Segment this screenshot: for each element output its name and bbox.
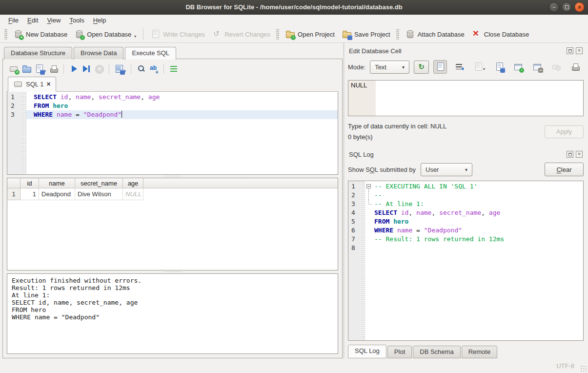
close-log-icon[interactable]: ×: [576, 151, 583, 158]
print-sql-button[interactable]: [48, 63, 60, 75]
row-header-corner[interactable]: [7, 178, 20, 188]
toolbar-button-label: Open Database: [87, 31, 131, 38]
tab-execute-sql[interactable]: Execute SQL: [125, 47, 176, 60]
code-text: SELECT id, name, secret_name, age: [26, 93, 338, 102]
apply-button[interactable]: Apply: [545, 125, 584, 138]
log-line-4[interactable]: 4SELECT id, name, secret_name, age: [348, 208, 583, 217]
open-project-button[interactable]: ›Open Project: [282, 27, 338, 41]
cell-secret-name[interactable]: Dive Wilson: [75, 188, 123, 200]
dropdown-caret-icon[interactable]: ▾: [483, 67, 485, 71]
line-number: 7: [348, 235, 361, 244]
dock-tab-sql-log[interactable]: SQL Log: [348, 345, 386, 358]
format-sql-icon: [169, 64, 179, 74]
save-project-button[interactable]: Save Project: [338, 27, 394, 41]
execute-all-button[interactable]: [68, 63, 80, 75]
line-number: 4: [348, 208, 361, 217]
cell-id[interactable]: 1: [20, 188, 39, 200]
cell-editor[interactable]: NULL: [348, 80, 584, 116]
menu-tools[interactable]: Tools: [65, 16, 88, 25]
log-line-5[interactable]: 5FROM hero: [348, 217, 583, 226]
new-database-button[interactable]: +New Database: [10, 27, 71, 41]
line-number: 5: [348, 217, 361, 226]
print-cell-button[interactable]: [568, 60, 582, 74]
resize-grip[interactable]: [580, 365, 587, 372]
toolbar-separator: [131, 64, 131, 74]
toolbar-button-label: Write Changes: [163, 31, 205, 38]
format-sql-button[interactable]: [168, 63, 180, 75]
editor-line-2[interactable]: 2FROM hero: [7, 102, 338, 110]
line-number: 1: [7, 93, 21, 102]
word-wrap-button[interactable]: [452, 60, 466, 74]
tab-browse-data[interactable]: Browse Data: [74, 47, 123, 59]
cell-editor-content[interactable]: [376, 81, 583, 116]
close-panel-icon[interactable]: ×: [576, 47, 583, 54]
minimize-icon[interactable]: −: [549, 2, 559, 12]
close-icon[interactable]: ×: [574, 2, 585, 12]
app-window: DB Browser for SQLite - /home/user/code/…: [0, 0, 588, 373]
open-database-button[interactable]: ›Open Database▾: [71, 27, 140, 41]
cell-age[interactable]: NULL: [123, 188, 143, 200]
replace-icon: [149, 64, 159, 74]
sql-editor[interactable]: 1SELECT id, name, secret_name, age2FROM …: [7, 92, 338, 175]
log-line-3[interactable]: 3-- At line 1:: [348, 200, 583, 208]
editor-line-1[interactable]: 1SELECT id, name, secret_name, age: [7, 93, 338, 102]
auto-switch-mode-button[interactable]: ↻: [414, 61, 429, 74]
mode-select[interactable]: Text ▾: [370, 61, 409, 74]
sql-tab[interactable]: SQL 1 ×: [8, 77, 56, 92]
text-view-button[interactable]: [433, 60, 447, 74]
word-wrap-icon: [454, 62, 464, 72]
dock-tab-db-schema[interactable]: DB Schema: [413, 346, 460, 358]
new-sql-tab-button[interactable]: +: [8, 63, 20, 75]
execute-current-line-button[interactable]: [81, 63, 92, 75]
sql-log-view[interactable]: 1-- EXECUTING ALL IN 'SQL 1'2--3-- At li…: [348, 181, 584, 341]
attach-database-icon: [405, 29, 415, 39]
replace-button[interactable]: [148, 63, 160, 75]
dock-tab-remote[interactable]: Remote: [462, 346, 498, 358]
titlebar[interactable]: DB Browser for SQLite - /home/user/code/…: [0, 0, 588, 15]
copy-link-button[interactable]: ∞: [530, 60, 544, 74]
fold-margin: [361, 208, 365, 217]
results-empty-area: [7, 200, 338, 270]
find-button[interactable]: [135, 63, 147, 75]
clear-log-button[interactable]: Clear: [545, 163, 584, 176]
close-database-icon: [471, 29, 481, 39]
menu-file[interactable]: File: [4, 16, 23, 25]
log-line-6[interactable]: 6WHERE name = "Deadpond": [348, 226, 583, 235]
log-line-1[interactable]: 1-- EXECUTING ALL IN 'SQL 1': [348, 182, 583, 191]
dropdown-caret-icon[interactable]: ▾: [134, 34, 136, 39]
open-sql-file-button[interactable]: [20, 63, 32, 75]
print-cell-icon: [570, 62, 580, 72]
float-panel-icon[interactable]: [567, 47, 573, 54]
close-database-button[interactable]: Close Database: [468, 27, 533, 41]
menu-view[interactable]: View: [42, 16, 65, 25]
log-filter-select[interactable]: User ▾: [421, 163, 472, 176]
cell-name[interactable]: Deadpond: [39, 188, 75, 200]
log-line-2[interactable]: 2--: [348, 191, 583, 200]
toolbar-button-label: Save Project: [354, 31, 390, 38]
log-line-8[interactable]: 8: [348, 244, 583, 252]
execute-all-icon: [69, 64, 79, 74]
tab-database-structure[interactable]: Database Structure: [4, 47, 72, 59]
column-header-age[interactable]: age: [123, 178, 143, 188]
fold-minus-box[interactable]: [366, 184, 371, 188]
log-line-7[interactable]: 7-- Result: 1 rows returned in 12ms: [348, 235, 583, 244]
column-header-secret-name[interactable]: secret_name: [75, 178, 123, 188]
column-header-id[interactable]: id: [20, 178, 39, 188]
column-header-name[interactable]: name: [39, 178, 75, 188]
maximize-icon[interactable]: [562, 2, 572, 12]
save-sql-file-button[interactable]: ▾: [33, 63, 47, 75]
editor-line-3[interactable]: 3WHERE name = "Deadpond": [7, 110, 338, 119]
toolbar-handle: [396, 29, 399, 40]
cell-info-row: Type of data currently in cell: NULL 0 b…: [348, 123, 584, 141]
main-tab-bar: Database StructureBrowse DataExecute SQL: [4, 47, 343, 59]
menu-help[interactable]: Help: [89, 16, 111, 25]
export-data-button[interactable]: [492, 60, 506, 74]
float-log-icon[interactable]: [567, 151, 573, 158]
save-results-button[interactable]: ▾: [113, 63, 127, 75]
menu-edit[interactable]: Edit: [23, 16, 42, 25]
row-number-header[interactable]: 1: [7, 188, 20, 200]
dock-tab-plot[interactable]: Plot: [387, 346, 412, 358]
open-in-external-button[interactable]: ›: [511, 60, 525, 74]
attach-database-button[interactable]: Attach Database: [402, 27, 468, 41]
sql-tab-close-icon[interactable]: ×: [46, 81, 50, 87]
